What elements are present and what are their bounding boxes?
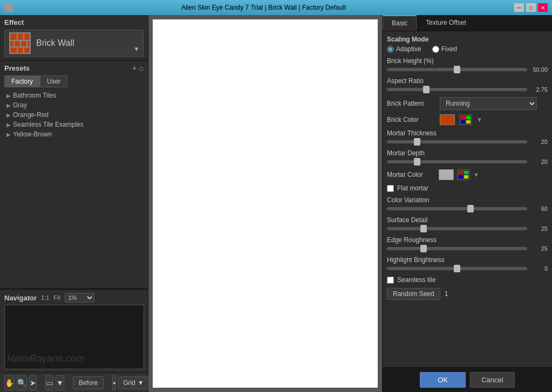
fixed-radio[interactable]: [432, 46, 439, 53]
main-layout: Effect: [0, 15, 552, 392]
select-dropdown-button[interactable]: ▼: [56, 375, 64, 390]
canvas-inner: [153, 19, 378, 388]
edge-roughness-slider-row: 25: [387, 245, 548, 252]
brick-color-grid-button[interactable]: [459, 114, 472, 125]
list-item[interactable]: ▶Orange-Red: [4, 110, 144, 120]
highlight-brightness-value: 0: [530, 265, 548, 272]
brick-height-label: Brick Height (%): [387, 57, 548, 65]
add-preset-button[interactable]: +: [132, 64, 137, 72]
minimize-button[interactable]: ─: [514, 3, 524, 12]
window-controls: ─ □ ✕: [514, 3, 548, 12]
nav-zoom-select[interactable]: 1% 25% 50% 100%: [65, 293, 94, 302]
mortar-color-swatch[interactable]: [439, 169, 454, 180]
select-tool-button[interactable]: ▭: [45, 375, 53, 390]
mortar-color-group: Mortar Color ▼: [387, 169, 548, 180]
hand-tool-button[interactable]: ✋: [4, 375, 15, 390]
svg-rect-5: [13, 41, 15, 46]
adaptive-radio-group: Adaptive: [387, 45, 421, 53]
effect-icon: [9, 32, 31, 54]
brick-color-swatch[interactable]: [440, 114, 455, 125]
before-button[interactable]: Before: [73, 376, 104, 389]
brick-pattern-select[interactable]: Running Stacked Herringbone: [440, 97, 537, 110]
aspect-ratio-group: Aspect Ratio 2.75: [387, 77, 548, 93]
navigator-title: Navigator: [4, 294, 37, 302]
maximize-button[interactable]: □: [526, 3, 536, 12]
grid-button[interactable]: Grid ▼: [118, 376, 149, 389]
mortar-depth-group: Mortar Depth 20: [387, 149, 548, 165]
window-title: Alien Skin Eye Candy 7 Trial | Brick Wal…: [13, 4, 514, 11]
action-buttons: OK Cancel: [383, 367, 552, 392]
random-seed-group: Random Seed 1: [387, 288, 548, 300]
adaptive-radio[interactable]: [387, 46, 394, 53]
list-item[interactable]: ▶Yellow-Brown: [4, 129, 144, 139]
aspect-ratio-value: 2.75: [530, 86, 548, 93]
brick-height-slider[interactable]: [387, 68, 527, 71]
tab-texture-offset[interactable]: Texture Offset: [417, 15, 475, 31]
scaling-mode-label: Scaling Mode: [387, 36, 548, 43]
tab-user[interactable]: User: [40, 75, 67, 87]
mortar-thickness-slider[interactable]: [387, 140, 527, 143]
edge-roughness-label: Edge Roughness: [387, 236, 548, 244]
aspect-ratio-slider[interactable]: [387, 88, 527, 91]
nav-zoom: 1:1: [41, 294, 49, 301]
brick-height-slider-row: 50.00: [387, 66, 548, 73]
svg-rect-11: [466, 116, 471, 119]
effect-dropdown-arrow: ▼: [133, 45, 140, 53]
surface-detail-label: Surface Detail: [387, 216, 548, 224]
tab-factory[interactable]: Factory: [4, 75, 40, 87]
effect-section: Effect: [0, 15, 148, 60]
seamless-tile-label: Seamless tile: [397, 276, 435, 284]
zoom-tool-button[interactable]: 🔍: [17, 375, 27, 390]
nav-fit[interactable]: Fit: [53, 294, 60, 301]
list-item[interactable]: ▶Gray: [4, 100, 144, 110]
home-preset-button[interactable]: ⌂: [139, 64, 144, 72]
brick-height-value: 50.00: [530, 66, 548, 73]
flat-mortar-label: Flat mortar: [397, 184, 428, 192]
preview-square-button[interactable]: ▪: [112, 375, 116, 390]
right-tabs: Basic Texture Offset: [383, 15, 552, 31]
presets-section: Presets + ⌂ Factory User ▶Bathroom Tiles…: [0, 60, 148, 289]
right-content: Scaling Mode Adaptive Fixed Brick Height…: [383, 31, 552, 367]
aspect-ratio-slider-row: 2.75: [387, 86, 548, 93]
nav-preview: HamiRayane.com: [4, 305, 144, 369]
flat-mortar-checkbox[interactable]: [387, 185, 394, 192]
effect-selector[interactable]: Brick Wall ▼: [4, 30, 144, 57]
random-seed-value: 1: [445, 290, 448, 298]
list-item[interactable]: ▶Bathroom Tiles: [4, 91, 144, 100]
svg-rect-4: [23, 33, 24, 40]
color-variation-label: Color Variation: [387, 196, 548, 204]
tab-basic[interactable]: Basic: [383, 15, 417, 31]
svg-rect-10: [461, 116, 465, 119]
seamless-tile-group: Seamless tile: [387, 276, 548, 284]
mortar-color-label: Mortar Color: [387, 171, 435, 178]
seamless-tile-checkbox[interactable]: [387, 277, 394, 284]
mortar-thickness-label: Mortar Thickness: [387, 129, 548, 137]
svg-rect-15: [464, 171, 468, 174]
cancel-button[interactable]: Cancel: [470, 372, 514, 388]
highlight-brightness-group: Highlight Brightness 0: [387, 256, 548, 272]
svg-rect-17: [464, 175, 468, 178]
aspect-ratio-label: Aspect Ratio: [387, 77, 548, 85]
surface-detail-slider-row: 25: [387, 225, 548, 232]
mortar-color-grid-button[interactable]: [457, 169, 470, 180]
highlight-brightness-label: Highlight Brightness: [387, 256, 548, 264]
toolbar: ✋ 🔍 ➤ ▭ ▼ Before ▪ Grid ▼: [0, 373, 148, 392]
ok-button[interactable]: OK: [420, 372, 466, 388]
arrow-tool-button[interactable]: ➤: [29, 375, 37, 390]
list-item[interactable]: ▶Seamless Tile Examples: [4, 120, 144, 129]
edge-roughness-slider[interactable]: [387, 247, 527, 250]
presets-title: Presets: [4, 64, 30, 72]
close-button[interactable]: ✕: [538, 3, 548, 12]
surface-detail-slider[interactable]: [387, 227, 527, 230]
random-seed-button[interactable]: Random Seed: [387, 288, 440, 300]
watermark: HamiRayane.com: [7, 353, 84, 365]
presets-actions: + ⌂: [132, 64, 144, 72]
left-panel: Effect: [0, 15, 148, 392]
color-variation-slider[interactable]: [387, 207, 527, 210]
navigator-header: Navigator 1:1 Fit 1% 25% 50% 100%: [4, 293, 144, 302]
mortar-depth-slider[interactable]: [387, 160, 527, 163]
flat-mortar-group: Flat mortar: [387, 184, 548, 192]
highlight-brightness-slider[interactable]: [387, 267, 527, 270]
preset-list: ▶Bathroom Tiles ▶Gray ▶Orange-Red ▶Seaml…: [4, 91, 144, 139]
preset-tabs: Factory User: [4, 75, 144, 87]
